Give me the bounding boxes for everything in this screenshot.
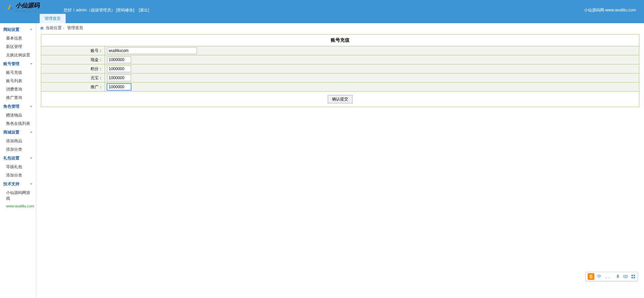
svg-rect-7: [634, 275, 635, 276]
sidebar-item-add-product[interactable]: 添加商品: [0, 137, 36, 145]
logo-icon: [6, 3, 14, 11]
tab-bar: 管理首页: [40, 14, 66, 23]
recharge-form-table: 账号充值 账号： 现金： 积分：: [41, 34, 639, 107]
sidebar: 网站设置 基本信息 新区管理 兑换比例设置 账号管理 账号充值 账号列表 消费查…: [0, 23, 36, 298]
svg-rect-8: [632, 277, 633, 278]
main-content: 当前位置： 管理首页 账号充值 账号： 现金：: [36, 23, 644, 298]
logout-link[interactable]: [退出]: [139, 8, 149, 12]
sidebar-item-level-gift[interactable]: 等级礼包: [0, 163, 36, 171]
chevron-down-icon: [30, 157, 33, 159]
sidebar-group-shop[interactable]: 商城设置: [0, 128, 36, 137]
greeting-text: 您好！admin（超级管理员）: [64, 8, 115, 12]
label-promo: 推广：: [41, 83, 105, 92]
ime-toolbar[interactable]: S 中 ，。: [585, 272, 638, 281]
submit-button[interactable]: 确认提交: [328, 95, 353, 103]
sidebar-item-account-list[interactable]: 账号列表: [0, 77, 36, 85]
sidebar-item-online-roles[interactable]: 角色在线列表: [0, 119, 36, 128]
app-header: 小仙源码 w u d i l i u 您好！admin（超级管理员） [密码修改…: [0, 0, 644, 23]
home-icon: [40, 26, 44, 31]
sidebar-group-label: 商城设置: [3, 130, 19, 135]
sidebar-group-site-settings[interactable]: 网站设置: [0, 25, 36, 34]
sidebar-item-support-link[interactable]: www.wudiliu.com: [0, 203, 36, 209]
sidebar-group-support[interactable]: 技术支持: [0, 180, 36, 189]
sidebar-item-give-item[interactable]: 赠送物品: [0, 111, 36, 119]
form-title: 账号充值: [41, 35, 639, 46]
svg-rect-5: [625, 277, 627, 277]
mic-icon[interactable]: [615, 274, 620, 279]
account-input[interactable]: [107, 47, 197, 54]
breadcrumb-prefix: 当前位置：: [46, 25, 66, 31]
svg-rect-0: [624, 276, 628, 278]
logo-subtext: w u d i l i u: [15, 9, 40, 12]
promo-input[interactable]: [107, 84, 131, 90]
sidebar-group-role[interactable]: 角色管理: [0, 102, 36, 111]
chevron-down-icon: [30, 132, 33, 133]
svg-rect-4: [627, 276, 627, 276]
chevron-down-icon: [30, 183, 33, 185]
logo-text: 小仙源码: [15, 2, 40, 9]
breadcrumb: 当前位置： 管理首页: [36, 23, 644, 33]
label-gold: 元宝：: [41, 73, 105, 83]
chevron-down-icon: [30, 106, 33, 107]
svg-rect-2: [625, 276, 625, 276]
ime-mode[interactable]: 中: [597, 274, 601, 280]
sidebar-item-promo-query[interactable]: 推广查询: [0, 94, 36, 102]
sidebar-item-account-recharge[interactable]: 账号充值: [0, 68, 36, 77]
cash-input[interactable]: [107, 56, 131, 63]
svg-rect-6: [632, 275, 633, 276]
label-account: 账号：: [41, 46, 105, 55]
chevron-down-icon: [30, 29, 33, 31]
label-points: 积分：: [41, 64, 105, 73]
sidebar-item-basic-info[interactable]: 基本信息: [0, 34, 36, 43]
sidebar-group-account[interactable]: 账号管理: [0, 59, 36, 68]
sidebar-group-label: 网站设置: [3, 27, 19, 33]
sidebar-item-new-zone[interactable]: 新区管理: [0, 43, 36, 51]
svg-rect-1: [624, 276, 625, 276]
header-user-line: 您好！admin（超级管理员） [密码修改] [退出]: [64, 7, 149, 13]
sidebar-item-spend-query[interactable]: 消费查询: [0, 85, 36, 94]
svg-rect-9: [634, 277, 635, 278]
breadcrumb-current: 管理首页: [67, 25, 83, 31]
points-input[interactable]: [107, 65, 131, 72]
change-password-link[interactable]: [密码修改]: [116, 8, 135, 12]
tab-home[interactable]: 管理首页: [40, 14, 66, 23]
logo: 小仙源码 w u d i l i u: [6, 1, 40, 12]
ime-logo-icon: S: [588, 273, 594, 280]
gold-input[interactable]: [107, 74, 131, 81]
header-site-name: 小仙源码网-www.wudiliu.com: [584, 7, 636, 13]
sidebar-item-support-game[interactable]: 小仙源码网游戏: [0, 189, 36, 203]
ime-punct[interactable]: ，。: [604, 274, 613, 280]
chevron-down-icon: [30, 63, 33, 65]
grid-icon[interactable]: [631, 274, 636, 279]
sidebar-group-label: 账号管理: [3, 61, 19, 67]
sidebar-item-add-category-2[interactable]: 添加分类: [0, 171, 36, 180]
keyboard-icon[interactable]: [623, 274, 628, 279]
sidebar-item-add-category[interactable]: 添加分类: [0, 145, 36, 154]
sidebar-group-label: 技术支持: [3, 181, 19, 187]
sidebar-item-exchange-rate[interactable]: 兑换比例设置: [0, 51, 36, 59]
label-cash: 现金：: [41, 55, 105, 64]
svg-rect-3: [626, 276, 626, 276]
sidebar-group-label: 礼包设置: [3, 155, 19, 161]
sidebar-group-gift[interactable]: 礼包设置: [0, 154, 36, 163]
sidebar-group-label: 角色管理: [3, 104, 19, 109]
